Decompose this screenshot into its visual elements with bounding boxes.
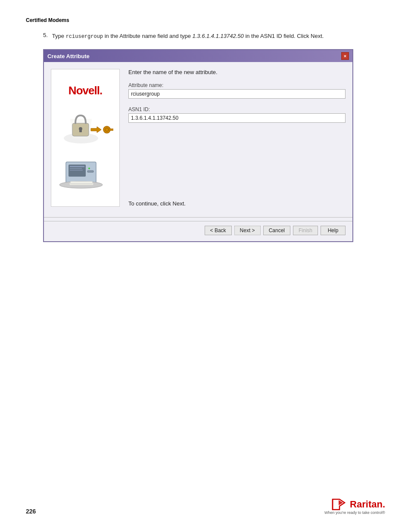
svg-marker-5 (91, 127, 101, 133)
step-code: rciusergroup (66, 34, 103, 40)
svg-rect-8 (109, 129, 113, 131)
page: Certified Modems 5. Type rciusergroup in… (0, 0, 411, 532)
novell-logo-text: Novell. (68, 84, 102, 97)
dialog-buttons: < Back Next > Cancel Finish Help (44, 221, 352, 241)
step-container: 5. Type rciusergroup in the Attribute na… (43, 32, 385, 40)
asn1-id-group: ASN1 ID: (128, 106, 346, 123)
raritan-tagline: When you're ready to take control® (324, 510, 385, 515)
attribute-name-input[interactable] (128, 89, 346, 99)
step-text-before: Type (52, 33, 66, 39)
asn1-id-label: ASN1 ID: (128, 106, 346, 112)
page-number: 226 (26, 508, 36, 515)
finish-button[interactable]: Finish (293, 226, 318, 235)
svg-rect-4 (79, 129, 82, 132)
svg-rect-15 (70, 170, 83, 171)
svg-rect-20 (70, 181, 93, 184)
page-footer: 226 Raritan. When you're ready to take c… (26, 498, 385, 515)
raritan-logo-text: Raritan. (350, 499, 385, 510)
section-title: Certified Modems (26, 17, 385, 23)
dialog-window: Create Attribute × Novell. (43, 49, 353, 242)
step-text: Type rciusergroup in the Attribute name … (52, 32, 324, 40)
help-button[interactable]: Help (321, 226, 346, 235)
attribute-name-label: Attribute name: (128, 82, 346, 88)
dialog-separator (44, 217, 352, 218)
dialog-close-button[interactable]: × (341, 52, 349, 60)
dialog-footer-text: To continue, click Next. (128, 183, 346, 207)
next-button[interactable]: Next > (234, 226, 261, 235)
svg-rect-16 (87, 171, 93, 172)
cancel-button[interactable]: Cancel (263, 226, 290, 235)
dialog-body: Novell. (44, 62, 352, 214)
attribute-name-group: Attribute name: (128, 82, 346, 99)
svg-rect-14 (70, 168, 82, 169)
novell-dot: . (100, 84, 102, 97)
dialog-title: Create Attribute (47, 53, 90, 59)
step-text-middle: in the Attribute name field and type (103, 33, 192, 39)
dialog-content: Enter the name of the new attribute. Att… (128, 69, 346, 207)
raritan-logo-icon (332, 498, 347, 510)
novell-logo: Novell. (68, 84, 102, 97)
wizard-illustration (57, 106, 113, 192)
raritan-logo: Raritan. When you're ready to take contr… (324, 498, 385, 515)
asn1-id-input[interactable] (128, 113, 346, 123)
step-number: 5. (43, 32, 48, 40)
svg-rect-13 (70, 166, 84, 167)
dialog-instruction: Enter the name of the new attribute. (128, 69, 346, 75)
svg-point-17 (88, 168, 90, 169)
step-italic: 1.3.6.1.4.1.13742.50 (192, 33, 243, 39)
step-text-after: in the ASN1 ID field. Click Next. (244, 33, 324, 39)
dialog-titlebar: Create Attribute × (44, 50, 352, 62)
raritan-logo-main: Raritan. (332, 498, 385, 510)
dialog-illustration: Novell. (51, 69, 120, 207)
back-button[interactable]: < Back (205, 226, 232, 235)
